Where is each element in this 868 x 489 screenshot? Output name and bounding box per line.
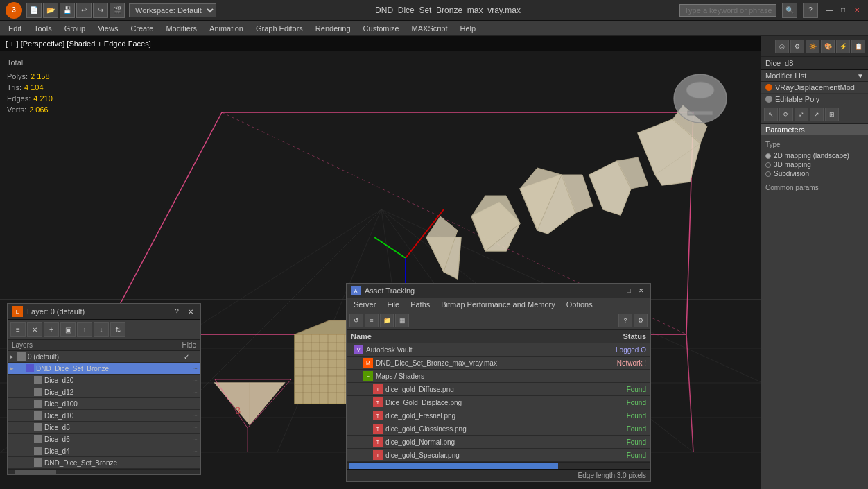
asset-row[interactable]: Tdice_gold_Normal.pngFound <box>347 436 650 449</box>
asset-minimize-button[interactable]: — <box>611 286 621 295</box>
layer-dots: ··· <box>192 424 198 431</box>
panel-icon-1[interactable]: ◎ <box>775 40 789 53</box>
menu-rendering[interactable]: Rendering <box>310 23 356 34</box>
menu-edit[interactable]: Edit <box>3 23 27 34</box>
modifier-list-bar[interactable]: Modifier List ▼ <box>761 70 868 82</box>
panel-skew-btn[interactable]: ↗ <box>810 108 824 121</box>
panel-grid-btn[interactable]: ⊞ <box>825 108 839 121</box>
layer-row[interactable]: ▸DND_Dice_Set_Bronze··· <box>8 363 200 375</box>
layer-delete-btn[interactable]: ✕ <box>27 322 42 337</box>
asset-close-button[interactable]: ✕ <box>636 286 646 295</box>
asset-row[interactable]: Tdice_gold_Fresnel.pngFound <box>347 409 650 422</box>
layer-help-button[interactable]: ? <box>171 306 182 317</box>
viewport-container[interactable]: 3 <box>0 36 761 489</box>
menu-modifiers[interactable]: Modifiers <box>160 23 202 34</box>
layer-scrollbar[interactable] <box>8 469 200 474</box>
layer-row[interactable]: Dice_d4··· <box>8 445 200 457</box>
menu-maxscript[interactable]: MAXScript <box>406 23 453 34</box>
menu-graph-editors[interactable]: Graph Editors <box>250 23 309 34</box>
panel-icon-2[interactable]: ⚙ <box>790 40 804 53</box>
asset-row-status: Found <box>591 386 646 393</box>
asset-help-btn[interactable]: ? <box>618 314 632 327</box>
radio-subdiv[interactable]: Subdivision <box>765 169 864 178</box>
save-icon[interactable]: 💾 <box>60 3 75 18</box>
asset-row[interactable]: Tdice_gold_Diffuse.pngFound <box>347 383 650 396</box>
tris-value: 4 104 <box>24 82 44 93</box>
asset-refresh-btn[interactable]: ↺ <box>349 314 363 327</box>
maximize-button[interactable]: □ <box>837 5 849 16</box>
layer-sort-btn[interactable]: ⇅ <box>110 322 125 337</box>
layer-row[interactable]: Dice_d6··· <box>8 434 200 445</box>
menu-help[interactable]: Help <box>455 23 482 34</box>
asset-maximize-button[interactable]: □ <box>624 286 634 295</box>
radio-subdiv-label: Subdivision <box>774 170 809 178</box>
panel-rotate-btn[interactable]: ⟳ <box>779 108 793 121</box>
menu-group[interactable]: Group <box>59 23 92 34</box>
menu-customize[interactable]: Customize <box>358 23 405 34</box>
panel-scale-btn[interactable]: ⤢ <box>795 108 808 121</box>
asset-menu-paths[interactable]: Paths <box>406 300 434 309</box>
asset-panel-title: Asset Tracking <box>365 286 415 295</box>
panel-icon-5[interactable]: ⚡ <box>836 40 850 53</box>
help-icon[interactable]: ? <box>803 3 818 18</box>
search-icon[interactable]: 🔍 <box>782 3 797 18</box>
asset-menu-options[interactable]: Options <box>562 300 597 309</box>
workspace-selector[interactable]: Workspace: Default <box>129 3 216 17</box>
layer-add-btn[interactable]: + <box>44 322 59 337</box>
open-icon[interactable]: 📂 <box>43 3 58 18</box>
layer-icon: L <box>12 306 23 317</box>
layer-row[interactable]: Dice_d20··· <box>8 375 200 386</box>
layer-scrollbar-thumb[interactable] <box>15 470 56 474</box>
menu-tools[interactable]: Tools <box>28 23 58 34</box>
modifier-vray[interactable]: VRayDisplacementMod <box>761 82 868 94</box>
asset-row[interactable]: FMaps / Shaders <box>347 370 650 383</box>
undo-icon[interactable]: ↩ <box>76 3 92 18</box>
panel-move-btn[interactable]: ↖ <box>764 108 778 121</box>
layer-row[interactable]: Dice_d100··· <box>8 398 200 410</box>
layer-close-button[interactable]: ✕ <box>185 306 196 317</box>
search-input[interactable] <box>679 4 776 17</box>
layer-move-down-btn[interactable]: ↓ <box>94 322 109 337</box>
right-panel: ◎ ⚙ 🔆 🎨 ⚡ 📋 Dice_d8 Modifier List ▼ VRay… <box>761 36 868 489</box>
panel-icon-3[interactable]: 🔆 <box>806 40 819 53</box>
verts-stat: Verts: 2 066 <box>7 104 53 115</box>
asset-menu-bitmap[interactable]: Bitmap Performance and Memory <box>437 300 559 309</box>
radio-3d[interactable]: 3D mapping <box>765 160 864 169</box>
redo-icon[interactable]: ↪ <box>93 3 108 18</box>
modifier-editable-poly[interactable]: Editable Poly <box>761 94 868 105</box>
asset-menu-file[interactable]: File <box>383 300 403 309</box>
layer-row[interactable]: Dice_d12··· <box>8 386 200 398</box>
asset-row[interactable]: Tdice_gold_Specular.pngFound <box>347 449 650 462</box>
asset-row-status: Found <box>591 438 646 446</box>
menu-animation[interactable]: Animation <box>204 23 249 34</box>
layer-scrollbar-track[interactable] <box>8 470 200 474</box>
asset-list-btn[interactable]: ≡ <box>365 314 379 327</box>
menu-create[interactable]: Create <box>125 23 159 34</box>
asset-menu-server[interactable]: Server <box>349 300 380 309</box>
layer-row[interactable]: DND_Dice_Set_Bronze··· <box>8 457 200 469</box>
scene-icon[interactable]: 🎬 <box>110 3 125 18</box>
asset-row-name: dice_gold_Diffuse.png <box>385 386 591 393</box>
asset-row[interactable]: TDice_Gold_Displace.pngFound <box>347 396 650 409</box>
asset-row[interactable]: Tdice_gold_Glossiness.pngFound <box>347 422 650 436</box>
asset-title-left: A Asset Tracking <box>351 286 415 295</box>
radio-2d[interactable]: 2D mapping (landscape) <box>765 151 864 160</box>
layer-icon-view-btn[interactable]: ≡ <box>10 322 26 337</box>
asset-table-btn[interactable]: ▦ <box>395 314 409 327</box>
close-button[interactable]: ✕ <box>851 5 862 16</box>
layer-dots: ··· <box>192 447 198 454</box>
panel-icon-6[interactable]: 📋 <box>851 40 865 53</box>
layer-row[interactable]: ▸0 (default)✓··· <box>8 351 200 363</box>
panel-icon-4[interactable]: 🎨 <box>821 40 835 53</box>
layer-row[interactable]: Dice_d8··· <box>8 422 200 434</box>
asset-row[interactable]: MDND_Dice_Set_Bronze_max_vray.maxNetwork… <box>347 357 650 370</box>
menu-views[interactable]: Views <box>92 23 123 34</box>
layer-select-btn[interactable]: ▣ <box>60 322 76 337</box>
asset-settings-btn[interactable]: ⚙ <box>634 314 648 327</box>
minimize-button[interactable]: — <box>824 5 835 16</box>
asset-row[interactable]: VAutodesk VaultLogged O <box>347 343 650 357</box>
layer-move-btn[interactable]: ↑ <box>77 322 92 337</box>
new-icon[interactable]: 📄 <box>26 3 42 18</box>
layer-row[interactable]: Dice_d10··· <box>8 410 200 422</box>
asset-folder-btn[interactable]: 📁 <box>380 314 394 327</box>
